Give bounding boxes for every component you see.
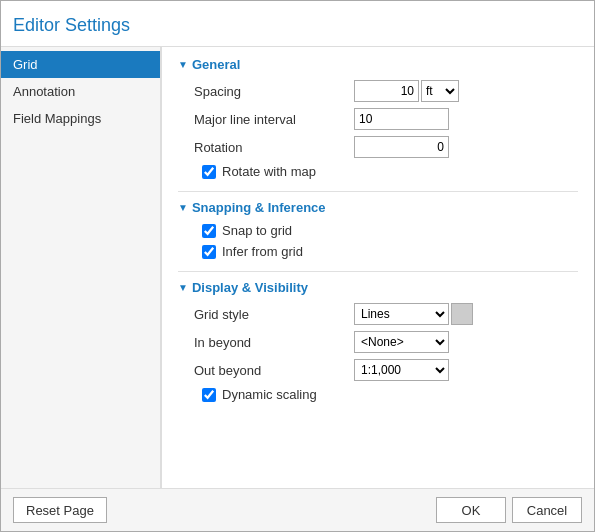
display-header: ▼ Display & Visibility <box>178 280 578 295</box>
footer-right-buttons: OK Cancel <box>436 497 582 523</box>
general-chevron-icon: ▼ <box>178 59 188 70</box>
content-area: ▼ General Spacing ft m km mi Major line … <box>161 47 594 488</box>
snapping-section: ▼ Snapping & Inference Snap to grid Infe… <box>178 200 578 259</box>
dynamic-scaling-label: Dynamic scaling <box>222 387 317 402</box>
out-beyond-select[interactable]: <None> 1:500 1:1,000 1:5,000 1:10,000 <box>354 359 449 381</box>
in-beyond-row: In beyond <None> 1:500 1:1,000 1:5,000 <box>178 331 578 353</box>
general-section: ▼ General Spacing ft m km mi Major line … <box>178 57 578 179</box>
rotation-row: Rotation <box>178 136 578 158</box>
major-interval-input[interactable] <box>354 108 449 130</box>
ok-button[interactable]: OK <box>436 497 506 523</box>
general-header: ▼ General <box>178 57 578 72</box>
sidebar-item-field-mappings[interactable]: Field Mappings <box>1 105 160 132</box>
infer-from-grid-row: Infer from grid <box>178 244 578 259</box>
dialog-header: Editor Settings <box>1 1 594 47</box>
snapping-chevron-icon: ▼ <box>178 202 188 213</box>
out-beyond-row: Out beyond <None> 1:500 1:1,000 1:5,000 … <box>178 359 578 381</box>
dialog-body: Grid Annotation Field Mappings ▼ General… <box>1 47 594 488</box>
dynamic-scaling-row: Dynamic scaling <box>178 387 578 402</box>
major-interval-label: Major line interval <box>194 112 354 127</box>
dynamic-scaling-checkbox[interactable] <box>202 388 216 402</box>
display-section: ▼ Display & Visibility Grid style Lines … <box>178 280 578 402</box>
grid-style-select[interactable]: Lines Dots Crosses <box>354 303 449 325</box>
dialog-footer: Reset Page OK Cancel <box>1 488 594 531</box>
divider-2 <box>178 271 578 272</box>
out-beyond-label: Out beyond <box>194 363 354 378</box>
rotate-map-row: Rotate with map <box>178 164 578 179</box>
snap-to-grid-checkbox[interactable] <box>202 224 216 238</box>
snapping-header: ▼ Snapping & Inference <box>178 200 578 215</box>
cancel-button[interactable]: Cancel <box>512 497 582 523</box>
rotation-input[interactable] <box>354 136 449 158</box>
in-beyond-label: In beyond <box>194 335 354 350</box>
spacing-unit-select[interactable]: ft m km mi <box>421 80 459 102</box>
grid-style-label: Grid style <box>194 307 354 322</box>
snap-to-grid-row: Snap to grid <box>178 223 578 238</box>
grid-color-button[interactable] <box>451 303 473 325</box>
rotation-label: Rotation <box>194 140 354 155</box>
sidebar-item-annotation[interactable]: Annotation <box>1 78 160 105</box>
editor-settings-dialog: Editor Settings Grid Annotation Field Ma… <box>0 0 595 532</box>
rotate-map-checkbox[interactable] <box>202 165 216 179</box>
in-beyond-select[interactable]: <None> 1:500 1:1,000 1:5,000 <box>354 331 449 353</box>
sidebar: Grid Annotation Field Mappings <box>1 47 161 488</box>
spacing-input[interactable] <box>354 80 419 102</box>
grid-style-row: Grid style Lines Dots Crosses <box>178 303 578 325</box>
divider-1 <box>178 191 578 192</box>
display-chevron-icon: ▼ <box>178 282 188 293</box>
reset-page-button[interactable]: Reset Page <box>13 497 107 523</box>
major-interval-row: Major line interval <box>178 108 578 130</box>
infer-from-grid-label: Infer from grid <box>222 244 303 259</box>
sidebar-item-grid[interactable]: Grid <box>1 51 160 78</box>
dialog-title: Editor Settings <box>13 15 578 36</box>
spacing-label: Spacing <box>194 84 354 99</box>
infer-from-grid-checkbox[interactable] <box>202 245 216 259</box>
spacing-row: Spacing ft m km mi <box>178 80 578 102</box>
rotate-map-label: Rotate with map <box>222 164 316 179</box>
snap-to-grid-label: Snap to grid <box>222 223 292 238</box>
